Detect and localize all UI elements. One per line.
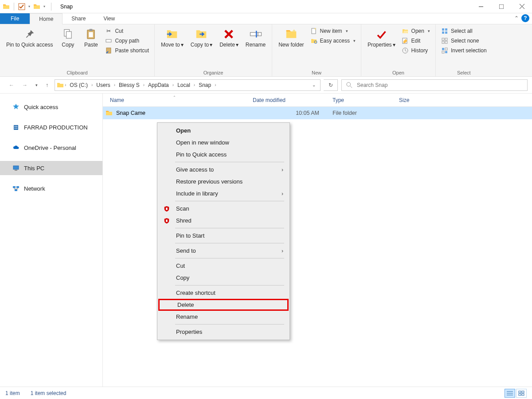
edit-button[interactable]: Edit — [400, 37, 432, 45]
chevron-right-icon[interactable]: › — [194, 82, 195, 87]
chevron-right-icon[interactable]: › — [65, 82, 66, 87]
select-all-button[interactable]: Select all — [439, 27, 489, 35]
help-icon[interactable]: ? — [521, 14, 529, 22]
chevron-right-icon[interactable]: › — [114, 82, 115, 87]
svg-rect-49 — [522, 391, 524, 393]
menu-item-pin-start[interactable]: Pin to Start — [158, 230, 289, 242]
qat-dropdown-icon[interactable]: ▾ — [42, 4, 47, 8]
delete-button[interactable]: Delete▾ — [217, 26, 241, 49]
breadcrumb-item[interactable]: Blessy S — [116, 82, 142, 88]
menu-item-create-shortcut[interactable]: Create shortcut — [158, 287, 289, 299]
sidebar-item-farrad[interactable]: FARRAD PRODUCTION — [0, 120, 102, 134]
menu-item-cut[interactable]: Cut — [158, 260, 289, 272]
tab-share[interactable]: Share — [63, 13, 94, 24]
svg-rect-8 — [90, 29, 93, 31]
menu-item-scan[interactable]: Scan — [158, 203, 289, 215]
search-box[interactable]: Search Snap — [341, 79, 528, 91]
thumbnails-view-button[interactable] — [516, 389, 527, 398]
open-button[interactable]: Open▾ — [400, 27, 432, 35]
svg-rect-33 — [14, 125, 18, 130]
new-item-button[interactable]: New item▾ — [309, 27, 357, 35]
chevron-right-icon[interactable]: › — [91, 82, 93, 87]
new-item-icon — [310, 27, 317, 35]
svg-rect-24 — [445, 38, 447, 40]
maximize-button[interactable] — [491, 0, 512, 13]
svg-rect-51 — [522, 394, 524, 395]
copy-path-button[interactable]: Copy path — [103, 37, 151, 45]
recent-locations-button[interactable]: ▾ — [35, 83, 38, 87]
breadcrumb-item[interactable]: Snap — [196, 82, 214, 88]
copy-button[interactable]: Copy — [57, 26, 78, 49]
chevron-right-icon[interactable]: › — [215, 82, 216, 87]
back-button[interactable]: ← — [9, 82, 14, 88]
address-bar[interactable]: › OS (C:)› Users› Blessy S› AppData› Loc… — [55, 79, 321, 91]
forward-button[interactable]: → — [22, 82, 27, 88]
close-button[interactable] — [512, 0, 532, 13]
svg-rect-14 — [258, 32, 262, 36]
copy-to-button[interactable]: Copy to▾ — [188, 26, 215, 49]
breadcrumb-item[interactable]: OS (C:) — [67, 82, 90, 88]
tab-file[interactable]: File — [0, 13, 30, 24]
status-item-count: 1 item — [5, 390, 20, 396]
select-none-button[interactable]: Select none — [439, 37, 489, 45]
menu-item-restore-versions[interactable]: Restore previous versions — [158, 176, 289, 188]
address-dropdown-icon[interactable]: ⌄ — [309, 82, 318, 87]
svg-rect-38 — [13, 166, 19, 169]
status-selected-count: 1 item selected — [31, 390, 66, 396]
copy-to-icon — [194, 27, 208, 41]
menu-item-copy[interactable]: Copy — [158, 272, 289, 284]
menu-item-give-access-to[interactable]: Give access to› — [158, 164, 289, 176]
ribbon: Pin to Quick access Copy Paste ✂Cut Copy… — [0, 24, 532, 77]
history-button[interactable]: History — [400, 47, 432, 55]
menu-item-properties[interactable]: Properties — [158, 326, 289, 338]
qat-checkbox-icon[interactable] — [18, 3, 25, 10]
svg-rect-27 — [442, 48, 444, 50]
menu-item-open[interactable]: Open — [158, 125, 289, 137]
properties-button[interactable]: Properties▾ — [365, 26, 398, 49]
breadcrumb-item[interactable]: Users — [94, 82, 113, 88]
sidebar-item-network[interactable]: Network — [0, 181, 102, 196]
file-row[interactable]: Snap Came 10:05 AM File folder — [103, 107, 532, 119]
sidebar-item-onedrive[interactable]: OneDrive - Personal — [0, 141, 102, 155]
details-view-button[interactable] — [505, 389, 515, 398]
invert-selection-button[interactable]: Invert selection — [439, 47, 489, 55]
pin-label: Pin to Quick access — [6, 42, 53, 48]
file-date: 10:05 AM — [253, 110, 332, 116]
paste-button[interactable]: Paste — [80, 26, 102, 49]
column-header-date[interactable]: Date modified — [253, 97, 332, 103]
rename-button[interactable]: Rename — [243, 26, 268, 49]
paste-shortcut-button[interactable]: Paste shortcut — [103, 47, 151, 55]
svg-rect-22 — [445, 31, 447, 34]
menu-item-open-new-window[interactable]: Open in new window — [158, 137, 289, 149]
breadcrumb-item[interactable]: AppData — [145, 82, 172, 88]
tab-view[interactable]: View — [94, 13, 124, 24]
menu-item-shred[interactable]: Shred — [158, 215, 289, 227]
easy-access-button[interactable]: Easy access▾ — [309, 37, 357, 45]
sidebar-item-this-pc[interactable]: This PC — [0, 161, 102, 175]
menu-item-rename[interactable]: Rename — [158, 311, 289, 323]
tab-home[interactable]: Home — [30, 13, 63, 24]
menu-item-pin-quick-access[interactable]: Pin to Quick access — [158, 149, 289, 160]
menu-item-delete[interactable]: Delete — [158, 299, 289, 311]
minimize-button[interactable] — [471, 0, 491, 13]
menu-item-include-library[interactable]: Include in library› — [158, 188, 289, 200]
status-bar: 1 item 1 item selected — [0, 387, 532, 399]
column-header-type[interactable]: Type — [332, 97, 399, 103]
chevron-right-icon[interactable]: › — [143, 82, 145, 87]
sidebar-item-quick-access[interactable]: Quick access — [0, 100, 102, 114]
new-folder-button[interactable]: New folder — [276, 26, 306, 49]
chevron-right-icon[interactable]: › — [172, 82, 174, 87]
copy-path-label: Copy path — [115, 38, 139, 44]
qat-dropdown-icon[interactable]: ▾ — [27, 4, 32, 8]
menu-item-send-to[interactable]: Send to› — [158, 245, 289, 257]
breadcrumb-item[interactable]: Local — [175, 82, 193, 88]
cut-button[interactable]: ✂Cut — [103, 27, 151, 35]
collapse-ribbon-icon[interactable]: ⌃ — [514, 15, 519, 21]
pin-quick-access-button[interactable]: Pin to Quick access — [4, 26, 55, 49]
move-to-button[interactable]: Move to▾ — [158, 26, 186, 49]
column-header-size[interactable]: Size — [399, 97, 452, 103]
group-label-new: New — [276, 69, 357, 75]
column-header-name[interactable]: Name⌃ — [110, 97, 253, 103]
up-button[interactable]: ↑ — [46, 82, 48, 88]
refresh-button[interactable]: ↻ — [324, 79, 338, 91]
